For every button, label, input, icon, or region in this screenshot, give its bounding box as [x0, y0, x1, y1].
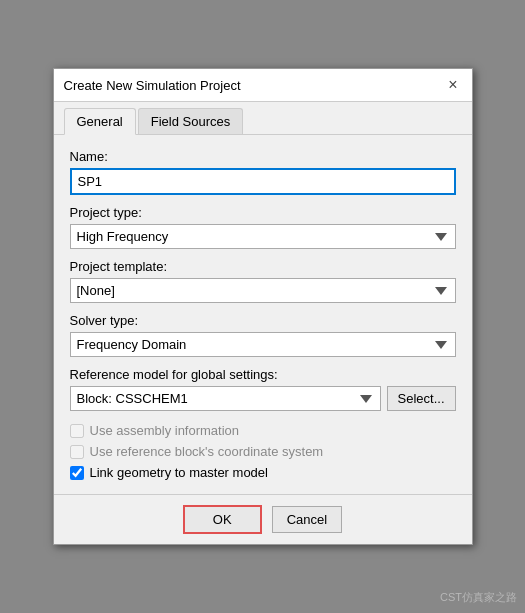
checkbox-assembly-input[interactable]: [70, 424, 84, 438]
solver-type-select[interactable]: Frequency Domain: [70, 332, 456, 357]
project-template-group: Project template: [None]: [70, 259, 456, 303]
select-button[interactable]: Select...: [387, 386, 456, 411]
project-template-label: Project template:: [70, 259, 456, 274]
watermark: CST仿真家之路: [440, 590, 517, 605]
project-type-group: Project type: High Frequency: [70, 205, 456, 249]
solver-type-group: Solver type: Frequency Domain: [70, 313, 456, 357]
checkbox-assembly[interactable]: Use assembly information: [70, 423, 456, 438]
name-group: Name:: [70, 149, 456, 195]
checkbox-assembly-label: Use assembly information: [90, 423, 240, 438]
checkbox-coordinate-label: Use reference block's coordinate system: [90, 444, 324, 459]
name-input[interactable]: [70, 168, 456, 195]
checkbox-geometry-label: Link geometry to master model: [90, 465, 268, 480]
dialog-title: Create New Simulation Project: [64, 78, 241, 93]
dialog-titlebar: Create New Simulation Project ×: [54, 69, 472, 102]
project-template-select[interactable]: [None]: [70, 278, 456, 303]
dialog-body: Name: Project type: High Frequency Proje…: [54, 135, 472, 494]
ref-model-group: Reference model for global settings: Blo…: [70, 367, 456, 411]
dialog: Create New Simulation Project × General …: [53, 68, 473, 545]
close-button[interactable]: ×: [444, 77, 461, 93]
tab-bar: General Field Sources: [54, 102, 472, 135]
ref-model-select[interactable]: Block: CSSCHEM1: [70, 386, 381, 411]
tab-field-sources[interactable]: Field Sources: [138, 108, 243, 134]
dialog-footer: OK Cancel: [54, 494, 472, 544]
checkbox-group: Use assembly information Use reference b…: [70, 423, 456, 480]
ok-button[interactable]: OK: [183, 505, 262, 534]
checkbox-geometry[interactable]: Link geometry to master model: [70, 465, 456, 480]
checkbox-coordinate-input[interactable]: [70, 445, 84, 459]
solver-type-label: Solver type:: [70, 313, 456, 328]
cancel-button[interactable]: Cancel: [272, 506, 342, 533]
ref-model-row: Block: CSSCHEM1 Select...: [70, 386, 456, 411]
tab-general[interactable]: General: [64, 108, 136, 135]
name-label: Name:: [70, 149, 456, 164]
checkbox-coordinate[interactable]: Use reference block's coordinate system: [70, 444, 456, 459]
ref-model-label: Reference model for global settings:: [70, 367, 456, 382]
project-type-label: Project type:: [70, 205, 456, 220]
checkbox-geometry-input[interactable]: [70, 466, 84, 480]
project-type-select[interactable]: High Frequency: [70, 224, 456, 249]
